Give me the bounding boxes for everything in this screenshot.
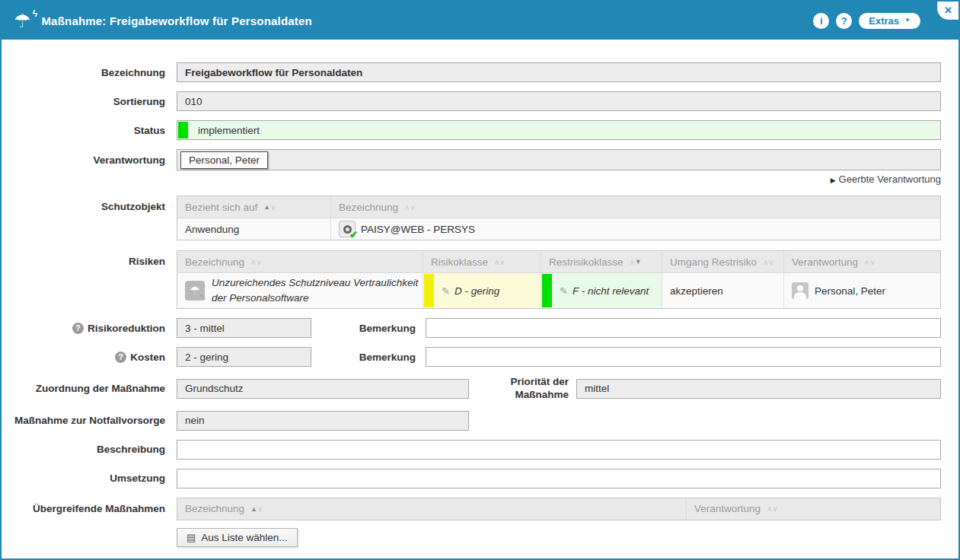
umsetzung-input[interactable]	[177, 469, 941, 488]
column-uebergreifend-verantwortung[interactable]: Verantwortung ∧∨	[687, 498, 940, 520]
beschreibung-label: Beschreibung	[2, 444, 177, 455]
risk-umbrella-icon: ☂ ✎	[185, 281, 205, 301]
sort-asc-icon: ∧	[767, 504, 772, 513]
zuordnung-input[interactable]	[177, 379, 469, 399]
sort-desc-icon: ∨	[869, 258, 875, 266]
umgang-restrisiko-cell: akzeptieren	[662, 273, 784, 308]
sortierung-label: Sortierung	[2, 96, 177, 107]
sort-desc-icon: ∨	[768, 258, 773, 266]
risikoreduktion-label: ? Risikoreduktion	[2, 323, 177, 334]
restrisikoklasse-cell[interactable]: ✎ F - nicht relevant	[541, 273, 662, 308]
schutzobjekt-name: PAISY@WEB - PERSYS	[361, 224, 475, 235]
sort-asc-icon: ▲	[263, 203, 270, 211]
sort-desc-icon: ∨	[270, 203, 276, 212]
bezeichnung-input[interactable]	[177, 62, 941, 82]
title-bar: ☂ϟ Maßnahme: Freigabeworkflow für Person…	[2, 2, 958, 40]
extras-label: Extras	[869, 15, 899, 27]
sort-asc-icon: ∧	[250, 258, 256, 266]
bemerkung2-input[interactable]	[426, 347, 941, 367]
kosten-label: ? Kosten	[2, 352, 177, 363]
notfallvorsorge-input[interactable]	[177, 411, 469, 431]
sort-asc-icon: ∧	[630, 258, 635, 266]
status-color-swatch	[178, 122, 188, 138]
risikoklasse-value: D - gering	[454, 285, 499, 297]
bemerkung1-label: Bemerkung	[311, 323, 426, 334]
column-umgang-restrisiko[interactable]: Umgang Restrisiko ∧∨	[662, 251, 784, 272]
chevron-down-icon: ▼	[904, 18, 911, 24]
risikoreduktion-input[interactable]	[177, 318, 311, 338]
risikoklasse-color-swatch	[424, 274, 434, 307]
beschreibung-input[interactable]	[177, 440, 941, 460]
schutzobjekt-table-header: Bezieht sich auf ▲∨ Bezeichnung ∧∨	[177, 196, 940, 218]
extras-button[interactable]: Extras ▼	[859, 13, 920, 29]
prioritaet-input[interactable]	[576, 379, 941, 399]
info-button[interactable]: i	[813, 13, 829, 29]
risiko-verantwortung-value: Personal, Peter	[815, 285, 885, 297]
sort-desc-icon: ∨	[410, 203, 415, 212]
schutzobjekt-row[interactable]: Anwendung ✔ PAISY@WEB - PERSYS	[177, 218, 940, 240]
form-content: Bezeichnung Sortierung Status implementi…	[2, 40, 958, 547]
geerbte-verantwortung-row: ▶Geerbte Verantwortung	[2, 173, 941, 185]
help-button[interactable]: ?	[836, 13, 852, 29]
risiken-table: Bezeichnung ∧∨ Risikoklasse ∧∨ Restrisik…	[177, 250, 941, 309]
sort-desc-icon: ∨	[772, 504, 777, 513]
column-uebergreifend-bezeichnung[interactable]: Bezeichnung ▲∨	[177, 498, 687, 520]
sort-asc-icon: ∧	[864, 258, 869, 266]
sort-desc-icon: ∨	[499, 258, 505, 266]
risiko-verantwortung-cell: Personal, Peter	[784, 273, 940, 308]
verantwortung-field[interactable]: Personal, Peter	[177, 149, 941, 170]
column-risikoklasse[interactable]: Risikoklasse ∧∨	[423, 251, 541, 272]
page-title: Maßnahme: Freigabeworkflow für Personald…	[41, 14, 312, 27]
notfallvorsorge-label: Maßnahme zur Notfallvorsorge	[2, 415, 177, 426]
schutzobjekt-type-cell: Anwendung	[177, 218, 331, 240]
column-bezeichnung[interactable]: Bezeichnung ∧∨	[331, 196, 940, 218]
uebergreifende-table: Bezeichnung ▲∨ Verantwortung ∧∨	[177, 498, 941, 520]
check-icon: ✔	[349, 229, 358, 240]
sort-asc-icon: ▲	[250, 505, 257, 513]
question-icon[interactable]: ?	[115, 352, 126, 363]
column-risiko-bezeichnung[interactable]: Bezeichnung ∧∨	[177, 251, 423, 272]
bezeichnung-label: Bezeichnung	[2, 67, 177, 78]
verantwortung-chip[interactable]: Personal, Peter	[180, 151, 268, 169]
pencil-icon: ✎	[560, 285, 568, 297]
kosten-input[interactable]	[177, 347, 311, 367]
sort-asc-icon: ∧	[494, 258, 499, 266]
zuordnung-label: Zuordnung der Maßnahme	[2, 383, 177, 394]
bemerkung1-input[interactable]	[426, 318, 941, 338]
restrisikoklasse-color-swatch	[542, 274, 552, 307]
sort-desc-icon: ∨	[257, 504, 263, 513]
question-icon[interactable]: ?	[72, 323, 84, 334]
risiken-table-header: Bezeichnung ∧∨ Risikoklasse ∧∨ Restrisik…	[177, 251, 940, 272]
verantwortung-label: Verantwortung	[2, 154, 177, 166]
schutzobjekt-label: Schutzobjekt	[2, 201, 177, 212]
titlebar-actions: i ? Extras ▼	[813, 13, 946, 29]
arrow-right-icon: ▶	[831, 177, 836, 184]
risiko-row[interactable]: ☂ ✎ Unzureichendes Schutzniveau Vertraul…	[177, 272, 940, 308]
sort-desc-icon: ▼	[635, 258, 642, 266]
aus-liste-waehlen-button[interactable]: ▤ Aus Liste wählen...	[177, 528, 298, 547]
geerbte-verantwortung-toggle[interactable]: ▶Geerbte Verantwortung	[831, 173, 941, 185]
sort-asc-icon: ∧	[404, 203, 410, 212]
risiko-name-cell: ☂ ✎ Unzureichendes Schutzniveau Vertraul…	[177, 273, 423, 308]
sortierung-input[interactable]	[177, 91, 941, 111]
person-icon	[792, 282, 809, 299]
status-value: implementiert	[189, 121, 260, 139]
restrisikoklasse-value: F - nicht relevant	[572, 285, 649, 297]
application-icon: ✔	[339, 221, 356, 237]
sort-asc-icon: ∧	[763, 258, 768, 266]
pencil-icon: ✎	[442, 285, 450, 297]
umbrella-lightning-icon: ☂ϟ	[14, 11, 30, 30]
umsetzung-label: Umsetzung	[2, 473, 177, 484]
bemerkung2-label: Bemerkung	[311, 352, 426, 363]
column-bezieht-sich-auf[interactable]: Bezieht sich auf ▲∨	[177, 196, 331, 218]
column-risiko-verantwortung[interactable]: Verantwortung ∧∨	[784, 251, 940, 272]
status-label: Status	[2, 125, 177, 136]
schutzobjekt-name-cell: ✔ PAISY@WEB - PERSYS	[331, 218, 940, 240]
column-restrisikoklasse[interactable]: Restrisikoklasse ∧▼	[541, 251, 662, 272]
close-button[interactable]: ✕	[938, 2, 958, 19]
uebergreifende-label: Übergreifende Maßnahmen	[2, 503, 177, 514]
schutzobjekt-table: Bezieht sich auf ▲∨ Bezeichnung ∧∨ Anwen…	[177, 196, 941, 240]
status-field[interactable]: implementiert	[177, 120, 941, 140]
aus-liste-waehlen-label: Aus Liste wählen...	[201, 532, 287, 543]
risikoklasse-cell[interactable]: ✎ D - gering	[423, 273, 541, 308]
